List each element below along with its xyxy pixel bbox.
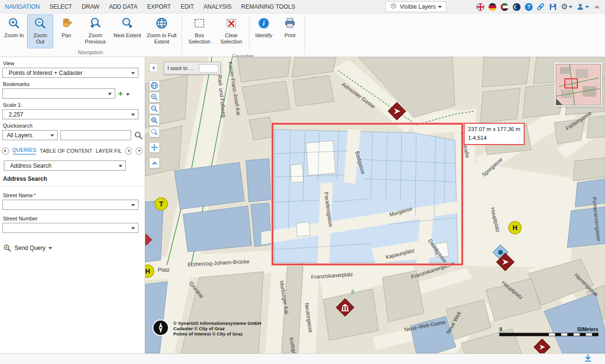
tabs-more-button[interactable] (136, 147, 143, 155)
download-button[interactable] (584, 354, 592, 364)
zoom-selection-icon (151, 128, 158, 136)
zoom-out-icon (151, 105, 158, 113)
map-toolbar (149, 80, 160, 168)
menu-tab-navigation[interactable]: NAVIGATION (0, 0, 45, 14)
svg-text:50Meters: 50Meters (577, 327, 599, 332)
map-canvas[interactable]: Kaiser-Franz-Josef-Kai Rad- und Fußweg A… (145, 57, 605, 353)
view-label: View (3, 60, 145, 66)
tab-layer-filter[interactable]: LAYER FIL (96, 148, 122, 154)
flag-uae-icon[interactable] (500, 2, 509, 11)
map-pan-button[interactable] (149, 142, 160, 153)
map-toolbar-collapse-button[interactable] (149, 158, 160, 168)
query-template-value: Address Search (10, 162, 51, 169)
taxi-poi-icon: T (155, 198, 167, 210)
clear-selection-icon (225, 17, 238, 31)
map-zoom-in-button[interactable] (149, 92, 160, 102)
bookmark-menu-arrow[interactable] (126, 93, 130, 96)
menu-tab-add-data[interactable]: ADD DATA (104, 0, 142, 14)
visible-layers-button[interactable]: Visible Layers (385, 1, 446, 12)
save-icon[interactable] (548, 2, 557, 11)
menu-tab-draw[interactable]: DRAW (77, 0, 104, 14)
zoom-in-button[interactable]: Zoom In (1, 15, 27, 48)
bookmarks-select[interactable] (2, 88, 115, 99)
overview-map[interactable] (556, 64, 601, 105)
zoom-window-icon (151, 116, 158, 124)
header-icons: ? ⚙ (476, 0, 601, 14)
send-query-options-arrow[interactable] (48, 247, 52, 249)
download-icon (584, 354, 592, 363)
menubar: NAVIGATION SELECT DRAW ADD DATA EXPORT E… (0, 0, 605, 14)
i-want-to-input[interactable] (199, 64, 218, 73)
next-extent-button[interactable]: Next Extent (111, 15, 143, 48)
pan-button[interactable]: Pan (53, 15, 79, 48)
dark-mode-moon-icon[interactable] (512, 2, 521, 11)
ribbon-separator (304, 16, 305, 55)
zoom-full-extent-button[interactable]: Zoom to Full Extent (143, 15, 180, 48)
map-globe-button[interactable] (149, 80, 160, 91)
chevron-down-icon (438, 6, 442, 8)
i-want-to-widget[interactable]: I want to ... (164, 62, 221, 74)
scale-select-value: 2,257 (9, 111, 23, 118)
zoom-in-icon (151, 93, 158, 101)
zoom-out-button[interactable]: Zoom Out (27, 15, 53, 48)
flag-uk-icon[interactable] (476, 2, 484, 11)
street-number-select[interactable] (2, 223, 138, 233)
send-query-label: Send Query (15, 245, 45, 251)
settings-gear-icon[interactable]: ⚙ (560, 2, 573, 11)
tab-queries[interactable]: QUERIES (13, 147, 37, 155)
search-icon (134, 131, 143, 140)
map-zoom-window-button[interactable] (149, 115, 160, 126)
help-icon[interactable]: ? (524, 2, 533, 11)
menu-tab-select[interactable]: SELECT (45, 0, 77, 14)
user-account-icon[interactable] (576, 2, 589, 11)
zoom-out-icon (34, 17, 46, 31)
svg-text:0: 0 (499, 327, 502, 332)
tabs-scroll-right-button[interactable] (125, 147, 133, 155)
quicksearch-layer-select[interactable]: All Layers (2, 130, 58, 140)
map-zoom-selection-button[interactable] (149, 127, 160, 137)
north-arrow-icon[interactable] (153, 320, 168, 335)
flag-germany-icon[interactable] (488, 2, 497, 11)
print-button[interactable]: Print (277, 15, 303, 48)
chevron-left-icon (152, 66, 156, 69)
menu-tab-edit[interactable]: EDIT (176, 0, 198, 14)
menu-tab-export[interactable]: EXPORT (142, 0, 176, 14)
street-name-select[interactable] (2, 200, 138, 210)
clear-selection-button[interactable]: Clear Selection (215, 15, 247, 48)
menu-tabs: NAVIGATION SELECT DRAW ADD DATA EXPORT E… (0, 0, 300, 13)
i-want-to-label: I want to ... (167, 65, 194, 71)
tabs-scroll-left-button[interactable] (2, 147, 9, 155)
svg-text:?: ? (527, 4, 530, 10)
box-selection-button[interactable]: Box Selection (183, 15, 215, 48)
move-arrows-icon (151, 144, 158, 151)
send-query-button[interactable]: Send Query (3, 244, 145, 252)
svg-text:b: b (351, 289, 354, 294)
map-viewport[interactable]: Kaiser-Franz-Josef-Kai Rad- und Fußweg A… (145, 57, 605, 353)
link-icon[interactable] (536, 2, 545, 11)
svg-text:Points of Interest © City of G: Points of Interest © City of Graz (173, 331, 242, 336)
bottom-statusbar (0, 353, 605, 364)
sidebar-panel: View Points of Interest + Cadaster Bookm… (0, 57, 145, 353)
query-template-select[interactable]: Address Search (4, 160, 126, 171)
view-select[interactable]: Points of Interest + Cadaster (2, 68, 138, 78)
map-zoom-out-button[interactable] (149, 103, 160, 114)
globe-icon (155, 17, 168, 31)
collapse-sidebar-button[interactable] (149, 63, 158, 72)
add-bookmark-button[interactable]: + (118, 89, 123, 98)
svg-text:H: H (513, 224, 517, 232)
quicksearch-button[interactable] (134, 131, 143, 140)
quicksearch-input[interactable] (60, 130, 131, 140)
query-form-title: Address Search (3, 175, 145, 182)
identify-button[interactable]: i Identify (251, 15, 277, 48)
quicksearch-layer-value: All Layers (7, 132, 32, 139)
tab-table-of-content[interactable]: TABLE OF CONTENT (40, 148, 92, 154)
menu-tab-analysis[interactable]: ANALYSIS (199, 0, 237, 14)
print-icon (284, 17, 296, 31)
svg-text:Cadaster © City of Graz: Cadaster © City of Graz (173, 326, 225, 331)
menu-tab-remaining-tools[interactable]: REMAINING TOOLS (236, 0, 300, 14)
chevron-down-icon (585, 6, 589, 8)
scale-select[interactable]: 2,257 (2, 109, 138, 119)
svg-text:© SynerGIS Informationssysteme: © SynerGIS Informationssysteme GmbH (173, 320, 261, 326)
collapse-ribbon-icon[interactable] (592, 2, 601, 11)
zoom-previous-button[interactable]: Zoom Previous (79, 15, 111, 48)
